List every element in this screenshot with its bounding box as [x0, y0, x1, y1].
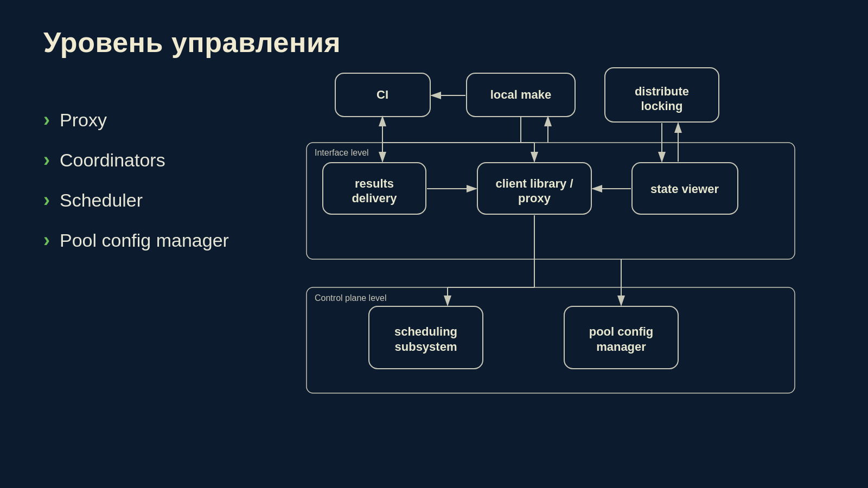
bullet-label-scheduler: Scheduler: [60, 190, 143, 211]
bullet-item-pool-config: › Pool config manager: [43, 229, 229, 252]
bullet-list: › Proxy › Coordinators › Scheduler › Poo…: [43, 108, 229, 252]
pool-config-manager-label2: manager: [596, 340, 646, 354]
results-delivery-label: results: [355, 177, 394, 190]
state-viewer-label: state viewer: [650, 182, 719, 196]
bullet-label-proxy: Proxy: [60, 110, 107, 131]
scheduling-subsystem-label2: subsystem: [395, 340, 457, 354]
results-delivery-label2: delivery: [352, 191, 397, 205]
chevron-icon-coordinators: ›: [43, 149, 50, 171]
client-library-proxy-label2: proxy: [518, 191, 551, 205]
control-plane-level-label: Control plane level: [315, 293, 387, 303]
bullet-item-proxy: › Proxy: [43, 108, 229, 131]
distribute-locking-label: distribute: [635, 85, 689, 98]
architecture-diagram: CI local make distribute locking Interfa…: [271, 62, 835, 409]
scheduling-subsystem-label: scheduling: [394, 325, 457, 338]
bullet-label-coordinators: Coordinators: [60, 150, 165, 171]
local-make-label: local make: [490, 88, 552, 101]
bullet-item-scheduler: › Scheduler: [43, 189, 229, 211]
distribute-locking-label2: locking: [641, 99, 682, 113]
bullet-label-pool-config: Pool config manager: [60, 230, 229, 251]
ci-label: CI: [376, 88, 388, 101]
bullet-item-coordinators: › Coordinators: [43, 149, 229, 171]
chevron-icon-proxy: ›: [43, 108, 50, 131]
chevron-icon-scheduler: ›: [43, 189, 50, 211]
client-library-proxy-label: client library /: [495, 177, 573, 190]
chevron-icon-pool-config: ›: [43, 229, 50, 252]
page-title: Уровень управления: [43, 26, 341, 59]
pool-config-manager-label: pool config: [589, 325, 654, 338]
interface-level-label: Interface level: [315, 148, 369, 157]
